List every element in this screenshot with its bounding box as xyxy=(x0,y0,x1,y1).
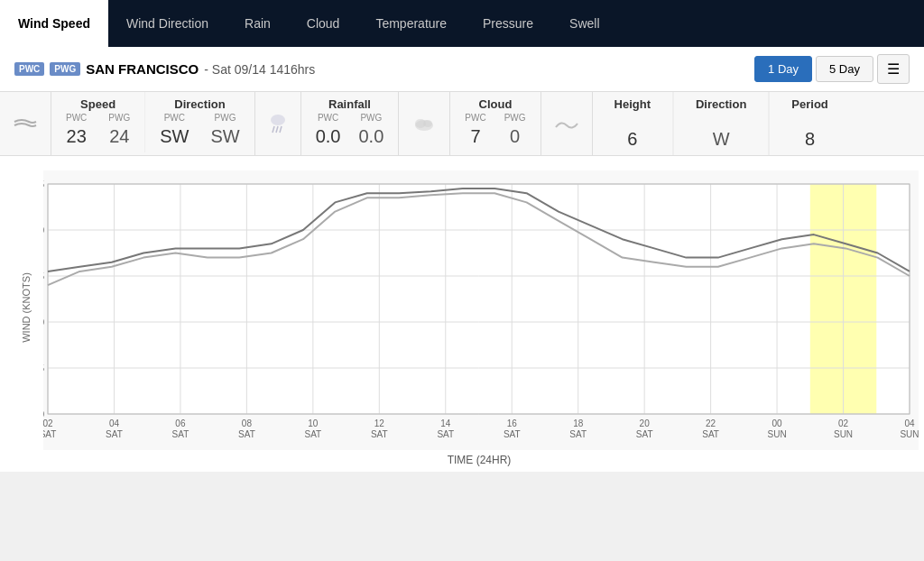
swell-icon-cell xyxy=(541,92,593,155)
cloud-pwg-value: 0 xyxy=(504,126,526,147)
dir-pwc-value: SW xyxy=(160,126,189,147)
swell-direction-header: Direction xyxy=(696,97,746,111)
tab-wind-speed[interactable]: Wind Speed xyxy=(0,0,108,47)
tab-pressure[interactable]: Pressure xyxy=(465,0,551,47)
dir-pwg-label: PWG xyxy=(210,113,239,123)
swell-direction-col: Direction W xyxy=(673,92,769,155)
svg-point-0 xyxy=(271,115,285,125)
speed-pwg-value: 24 xyxy=(108,126,130,147)
location-info: PWC PWG SAN FRANCISCO - Sat 09/14 1416hr… xyxy=(14,61,315,77)
wind-icon xyxy=(13,115,38,133)
rain-icon-cell xyxy=(255,92,301,155)
dir-pwc-label: PWC xyxy=(160,113,189,123)
menu-button[interactable]: ☰ xyxy=(877,54,910,84)
swell-icon xyxy=(554,115,579,133)
location-date: - Sat 09/14 1416hrs xyxy=(204,62,315,77)
height-col: Height 6 xyxy=(593,92,673,155)
tab-rain[interactable]: Rain xyxy=(226,0,289,47)
svg-point-6 xyxy=(423,120,432,127)
tab-swell[interactable]: Swell xyxy=(551,0,617,47)
cloud-col: Cloud PWC 7 PWG 0 xyxy=(450,92,540,152)
height-value: 6 xyxy=(627,129,637,150)
cloud-icon-cell xyxy=(399,92,450,155)
cloud-pwc-label: PWC xyxy=(465,113,485,123)
cloud-pwc-value: 7 xyxy=(465,126,485,147)
day-buttons: 1 Day 5 Day ☰ xyxy=(754,54,910,84)
height-header: Height xyxy=(614,97,651,111)
cloud-header: Cloud xyxy=(479,97,513,111)
rain-pwc-label: PWC xyxy=(316,113,341,123)
wind-icon-cell xyxy=(0,92,51,155)
cloud-icon xyxy=(411,115,437,133)
svg-line-2 xyxy=(276,126,278,133)
tab-cloud[interactable]: Cloud xyxy=(289,0,358,47)
rainfall-col: Rainfall PWC 0.0 PWG 0.0 xyxy=(301,92,399,152)
pwc-badge1: PWC xyxy=(14,62,44,76)
speed-header: Speed xyxy=(80,97,116,111)
wind-chart-canvas[interactable] xyxy=(43,170,919,450)
rain-pwg-value: 0.0 xyxy=(358,126,383,147)
period-header: Period xyxy=(791,97,827,111)
top-navigation: Wind Speed Wind Direction Rain Cloud Tem… xyxy=(0,0,924,47)
direction-col: Direction PWC SW PWG SW xyxy=(145,92,254,152)
speed-col: Speed PWC 23 PWG 24 xyxy=(51,92,145,152)
cloud-pwg-label: PWG xyxy=(504,113,526,123)
rain-icon xyxy=(268,113,288,134)
rain-pwg-label: PWG xyxy=(358,113,383,123)
rain-pwc-value: 0.0 xyxy=(316,126,341,147)
svg-line-1 xyxy=(273,126,274,133)
speed-pwc-label: PWC xyxy=(66,113,87,123)
dir-pwg-value: SW xyxy=(210,126,239,147)
5day-button[interactable]: 5 Day xyxy=(816,56,873,82)
speed-pwc-value: 23 xyxy=(66,126,87,147)
direction-header: Direction xyxy=(174,97,225,111)
speed-pwg-label: PWG xyxy=(108,113,130,123)
sub-header: PWC PWG SAN FRANCISCO - Sat 09/14 1416hr… xyxy=(0,47,924,92)
tab-temperature[interactable]: Temperature xyxy=(357,0,465,47)
1day-button[interactable]: 1 Day xyxy=(754,56,812,82)
y-axis-label: WIND (KNOTS) xyxy=(21,272,32,343)
tab-wind-direction[interactable]: Wind Direction xyxy=(108,0,226,47)
chart-container: WIND (KNOTS) TIME (24HR) xyxy=(0,156,924,472)
period-col: Period 8 xyxy=(769,92,849,155)
rainfall-header: Rainfall xyxy=(328,97,371,111)
period-value: 8 xyxy=(805,129,815,150)
data-table: Speed PWC 23 PWG 24 Direction PWC xyxy=(0,92,924,156)
x-axis-label: TIME (24HR) xyxy=(43,450,915,472)
svg-line-3 xyxy=(280,126,282,133)
location-name: SAN FRANCISCO xyxy=(86,61,199,77)
swell-direction-value: W xyxy=(713,129,730,150)
pwc-badge2: PWG xyxy=(50,62,80,76)
